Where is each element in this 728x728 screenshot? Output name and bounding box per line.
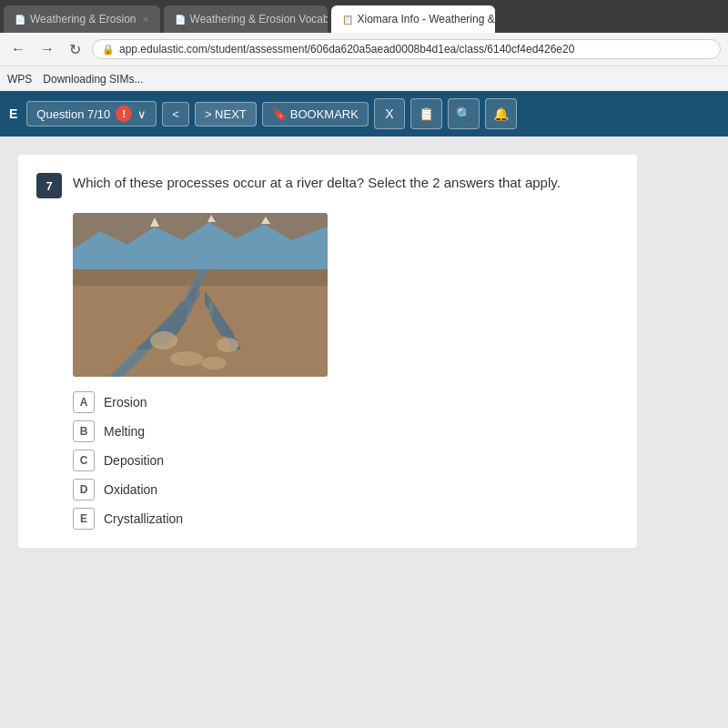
option-d-text: Oxidation [104, 482, 157, 497]
prev-button[interactable]: < [162, 102, 189, 126]
svg-rect-2 [73, 286, 328, 377]
bookmark-button[interactable]: 🔖 BOOKMARK [262, 102, 369, 126]
option-b[interactable]: B Melting [73, 420, 619, 442]
option-c-letter: C [73, 450, 95, 471]
svg-point-3 [150, 331, 177, 349]
bookmarks-bar: WPS Downloading SIMs... [0, 66, 728, 91]
question-number-badge: 7 [36, 173, 62, 198]
svg-point-5 [170, 351, 203, 366]
next-label: > NEXT [205, 107, 247, 121]
tab-icon-1: 📄 [15, 15, 25, 25]
tab-weathering-erosion[interactable]: 📄 Weathering & Erosion ✕ [4, 5, 160, 33]
question-indicator: Question 7/10 ! ∨ [26, 101, 157, 126]
tab-label-1: Weathering & Erosion [30, 13, 136, 25]
tab-vocabulary[interactable]: 📄 Weathering & Erosion Vocabular ✕ [164, 5, 328, 33]
question-text: Which of these processes occur at a rive… [73, 173, 561, 192]
option-a-text: Erosion [104, 395, 147, 410]
svg-point-4 [217, 338, 238, 352]
svg-point-6 [201, 357, 227, 369]
main-content: 7 Which of these processes occur at a ri… [0, 136, 728, 728]
prev-label: < [172, 107, 179, 121]
option-d[interactable]: D Oxidation [73, 479, 619, 500]
app-label: E [9, 106, 17, 121]
option-a-letter: A [73, 391, 95, 413]
question-number-text: Question 7/10 [36, 107, 110, 121]
close-button[interactable]: X [374, 98, 405, 129]
option-c[interactable]: C Deposition [73, 450, 619, 471]
option-c-text: Deposition [104, 453, 164, 468]
question-number: 7 [46, 179, 52, 193]
tab-label-3: Xiomara Info - Weathering & Er... [358, 13, 495, 25]
option-b-letter: B [73, 420, 95, 442]
bookmark-icon: 🔖 [272, 107, 287, 121]
tab-label-2: Weathering & Erosion Vocabular [190, 13, 328, 25]
question-header: 7 Which of these processes occur at a ri… [36, 173, 619, 198]
search-icon: 🔍 [456, 106, 471, 121]
bookmark-sims[interactable]: Downloading SIMs... [43, 73, 143, 86]
bell-button[interactable]: 🔔 [485, 98, 517, 129]
tab-icon-2: 📄 [175, 15, 186, 25]
bookmark-wps[interactable]: WPS [7, 73, 32, 86]
tab-xiomara[interactable]: 📋 Xiomara Info - Weathering & Er... ✕ [331, 5, 495, 33]
question-card: 7 Which of these processes occur at a ri… [18, 155, 637, 548]
search-button[interactable]: 🔍 [448, 98, 480, 129]
app-toolbar: E Question 7/10 ! ∨ < > NEXT 🔖 BOOKMARK … [0, 91, 728, 136]
address-bar-row: ← → ↻ 🔒 app.edulastic.com/student/assess… [0, 33, 728, 66]
chevron-down-icon: ∨ [137, 107, 147, 121]
calendar-button[interactable]: 📋 [410, 98, 442, 129]
option-b-text: Melting [104, 424, 145, 439]
close-icon: X [385, 106, 393, 121]
option-d-letter: D [73, 479, 95, 500]
lock-icon: 🔒 [102, 44, 115, 56]
back-button[interactable]: ← [7, 39, 29, 59]
option-e-letter: E [73, 508, 95, 530]
answer-options: A Erosion B Melting C Deposition D [73, 391, 619, 530]
tab-close-1[interactable]: ✕ [142, 15, 149, 25]
tab-bar: 📄 Weathering & Erosion ✕ 📄 Weathering & … [0, 0, 728, 33]
question-image [73, 213, 328, 377]
refresh-button[interactable]: ↻ [66, 39, 85, 60]
tab-icon-3: 📋 [342, 15, 353, 25]
calendar-icon: 📋 [419, 106, 434, 121]
option-e[interactable]: E Crystallization [73, 508, 619, 530]
address-text: app.edulastic.com/student/assessment/606… [119, 43, 574, 56]
alert-icon: ! [116, 106, 132, 122]
option-a[interactable]: A Erosion [73, 391, 619, 413]
option-e-text: Crystallization [104, 511, 183, 526]
forward-button[interactable]: → [36, 39, 58, 59]
browser-chrome: 📄 Weathering & Erosion ✕ 📄 Weathering & … [0, 0, 728, 91]
address-bar[interactable]: 🔒 app.edulastic.com/student/assessment/6… [92, 39, 721, 59]
bookmark-label: BOOKMARK [290, 107, 359, 121]
next-button[interactable]: > NEXT [195, 102, 257, 126]
bell-icon: 🔔 [493, 106, 509, 121]
